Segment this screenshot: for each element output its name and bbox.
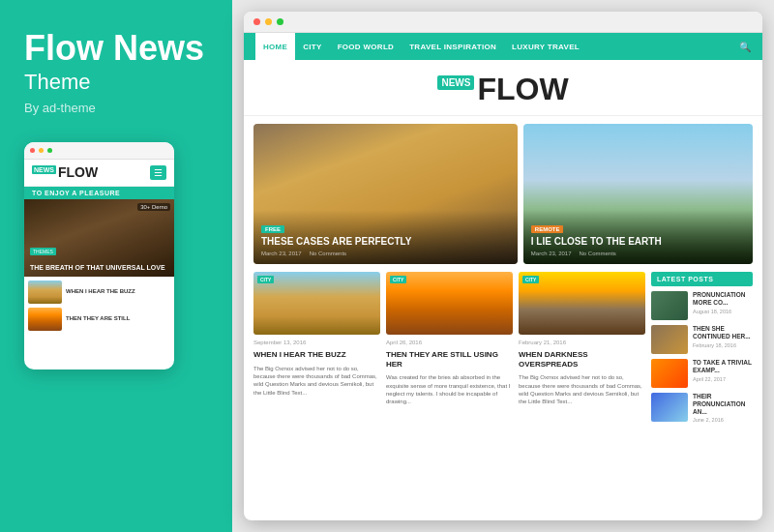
sidebar-item-3[interactable]: TO TAKE A TRIVIAL EXAMP... April 22, 201… bbox=[651, 359, 753, 388]
hero-card-1-meta: March 23, 2017 No Comments bbox=[261, 251, 510, 256]
mobile-logo: NEWS FLOW bbox=[32, 164, 98, 180]
sidebar-title-2: THEN SHE CONTINUED HER... bbox=[693, 325, 753, 340]
hero-card-1-comments: No Comments bbox=[310, 251, 346, 256]
post-2-image: CITY bbox=[386, 272, 513, 335]
hero-card-2-comments: No Comments bbox=[580, 251, 616, 256]
post-col-1: CITY September 13, 2016 WHEN I HEAR THE … bbox=[253, 272, 380, 513]
sidebar-thumb-3 bbox=[651, 359, 688, 388]
mobile-hero-title: THE BREATH OF THAT UNIVERSAL LOVE bbox=[30, 264, 170, 272]
hero-card-2-title: I LIE CLOSE TO THE EARTH bbox=[531, 236, 745, 248]
list-item: THEN THEY ARE STILL bbox=[28, 308, 170, 331]
desktop-logo-text: FLOW bbox=[477, 72, 568, 107]
nav-item-home[interactable]: HOME bbox=[255, 33, 295, 60]
search-icon[interactable]: 🔍 bbox=[739, 42, 751, 52]
sidebar-col: LATEST POSTS PRONUNCIATION MORE CO... Au… bbox=[651, 272, 753, 513]
mobile-header: NEWS FLOW ☰ bbox=[24, 160, 174, 187]
post-1-excerpt: The Big Oxmox advised her not to do so, … bbox=[253, 365, 380, 398]
sidebar-item-4[interactable]: THEIR PRONUNCIATION AN... June 2, 2016 bbox=[651, 393, 753, 423]
mobile-top-bar bbox=[24, 142, 174, 160]
post-2-date: April 26, 2016 bbox=[386, 340, 513, 345]
mobile-hero-tag: THEMES bbox=[30, 248, 56, 255]
desktop-top-bar bbox=[244, 12, 762, 33]
sidebar-thumb-2 bbox=[651, 325, 688, 354]
mobile-logo-accent: NEWS bbox=[32, 165, 56, 174]
post-3-image: CITY bbox=[519, 272, 645, 335]
mobile-card-image bbox=[28, 281, 62, 304]
post-1-title[interactable]: WHEN I HEAR THE BUZZ bbox=[253, 350, 380, 360]
post-col-2: CITY April 26, 2016 THEN THEY ARE STILL … bbox=[386, 272, 513, 513]
post-2-tag: CITY bbox=[390, 276, 406, 283]
desktop-logo: NEWS FLOW bbox=[437, 72, 568, 107]
post-2-excerpt: Was created for the bries ab absorbed in… bbox=[386, 373, 513, 406]
sidebar-text-3: TO TAKE A TRIVIAL EXAMP... April 22, 201… bbox=[693, 359, 753, 382]
app-subtitle: Theme bbox=[24, 70, 90, 95]
nav-item-city[interactable]: CITY bbox=[295, 33, 329, 60]
hero-card-2-overlay: REMOTE I LIE CLOSE TO THE EARTH March 23… bbox=[523, 210, 753, 264]
sidebar-date-2: February 18, 2016 bbox=[693, 342, 753, 348]
hero-card-2-meta: March 23, 2017 No Comments bbox=[531, 251, 745, 256]
hero-card-2[interactable]: REMOTE I LIE CLOSE TO THE EARTH March 23… bbox=[523, 124, 753, 264]
post-3-title[interactable]: WHEN DARKNESS OVERSPREADS bbox=[519, 350, 645, 369]
mobile-dot-red bbox=[30, 148, 35, 153]
desktop-mockup: HOME CITY FOOD WORLD TRAVEL INSPIRATION … bbox=[244, 12, 762, 520]
mobile-mockup: NEWS FLOW ☰ TO ENJOY A PLEASURE 30+ Demo… bbox=[24, 142, 174, 369]
desktop-dot-green bbox=[277, 18, 283, 25]
hero-card-1-overlay: FREE THESE CASES ARE PERFECTLY March 23,… bbox=[253, 210, 518, 264]
post-3-tag: CITY bbox=[522, 276, 539, 283]
hero-card-1-title: THESE CASES ARE PERFECTLY bbox=[261, 236, 510, 248]
sidebar-title-3: TO TAKE A TRIVIAL EXAMP... bbox=[693, 359, 753, 374]
app-byline: By ad-theme bbox=[24, 101, 96, 115]
mobile-logo-text: FLOW bbox=[58, 164, 98, 180]
hero-row: FREE THESE CASES ARE PERFECTLY March 23,… bbox=[253, 124, 753, 264]
sidebar-text-4: THEIR PRONUNCIATION AN... June 2, 2016 bbox=[693, 393, 753, 423]
post-col-3: CITY February 21, 2016 WHEN DARKNESS OVE… bbox=[519, 272, 645, 513]
post-1-image: CITY bbox=[253, 272, 380, 335]
hero-card-1-date: March 23, 2017 bbox=[261, 251, 302, 256]
desktop-dot-red bbox=[253, 18, 260, 25]
post-3-excerpt: The Big Oxmox advised her not to do so, … bbox=[519, 373, 645, 406]
post-1-tag: CITY bbox=[257, 276, 274, 283]
sidebar-date-3: April 22, 2017 bbox=[693, 376, 753, 382]
left-panel: Flow News Theme By ad-theme NEWS FLOW ☰ … bbox=[0, 0, 232, 532]
mobile-dot-yellow bbox=[39, 148, 44, 153]
hero-card-2-tag: REMOTE bbox=[531, 225, 564, 233]
sidebar-text-2: THEN SHE CONTINUED HER... February 18, 2… bbox=[693, 325, 753, 348]
nav-item-travel[interactable]: TRAVEL INSPIRATION bbox=[402, 33, 504, 60]
mobile-hamburger[interactable]: ☰ bbox=[150, 165, 166, 180]
sidebar-item-1[interactable]: PRONUNCIATION MORE CO... August 18, 2016 bbox=[651, 291, 753, 320]
sidebar-thumb-4 bbox=[651, 393, 688, 422]
sidebar-item-2[interactable]: THEN SHE CONTINUED HER... February 18, 2… bbox=[651, 325, 753, 354]
mobile-bottom-cards: WHEN I HEAR THE BUZZ THEN THEY ARE STILL bbox=[24, 277, 174, 335]
desktop-nav: HOME CITY FOOD WORLD TRAVEL INSPIRATION … bbox=[244, 33, 762, 60]
sidebar-text-1: PRONUNCIATION MORE CO... August 18, 2016 bbox=[693, 291, 753, 314]
mobile-card-text: WHEN I HEAR THE BUZZ bbox=[66, 288, 135, 296]
sidebar-date-4: June 2, 2016 bbox=[693, 417, 753, 423]
list-item: WHEN I HEAR THE BUZZ bbox=[28, 281, 170, 304]
sidebar-title-1: PRONUNCIATION MORE CO... bbox=[693, 291, 753, 307]
desktop-content: FREE THESE CASES ARE PERFECTLY March 23,… bbox=[244, 116, 762, 520]
latest-posts-header: LATEST POSTS bbox=[651, 272, 753, 286]
post-1-date: September 13, 2016 bbox=[253, 340, 380, 345]
nav-item-luxury[interactable]: LUXURY TRAVEL bbox=[504, 33, 587, 60]
desktop-dot-yellow bbox=[265, 18, 272, 25]
mobile-tagline: TO ENJOY A PLEASURE bbox=[24, 187, 174, 199]
sidebar-thumb-1 bbox=[651, 291, 688, 320]
nav-item-food-world[interactable]: FOOD WORLD bbox=[330, 33, 402, 60]
posts-row: CITY September 13, 2016 WHEN I HEAR THE … bbox=[253, 272, 753, 513]
post-3-date: February 21, 2016 bbox=[519, 340, 645, 345]
mobile-hero: 30+ Demo THEMES THE BREATH OF THAT UNIVE… bbox=[24, 199, 174, 277]
post-2-title[interactable]: THEN THEY ARE STILL USING HER bbox=[386, 350, 513, 369]
mobile-hero-number: 30+ Demo bbox=[137, 203, 170, 211]
hero-card-1-tag: FREE bbox=[261, 225, 284, 233]
hero-card-2-date: March 23, 2017 bbox=[531, 251, 572, 256]
desktop-site-header: NEWS FLOW bbox=[244, 60, 762, 116]
sidebar-title-4: THEIR PRONUNCIATION AN... bbox=[693, 393, 753, 415]
mobile-card-text: THEN THEY ARE STILL bbox=[66, 315, 130, 323]
sidebar-date-1: August 18, 2016 bbox=[693, 309, 753, 314]
hero-card-1[interactable]: FREE THESE CASES ARE PERFECTLY March 23,… bbox=[253, 124, 518, 264]
right-panel: HOME CITY FOOD WORLD TRAVEL INSPIRATION … bbox=[232, 0, 774, 532]
desktop-logo-accent-text: NEWS bbox=[437, 75, 474, 90]
mobile-dot-green bbox=[47, 148, 52, 153]
app-title: Flow News bbox=[24, 29, 204, 68]
mobile-card-image bbox=[28, 308, 62, 331]
